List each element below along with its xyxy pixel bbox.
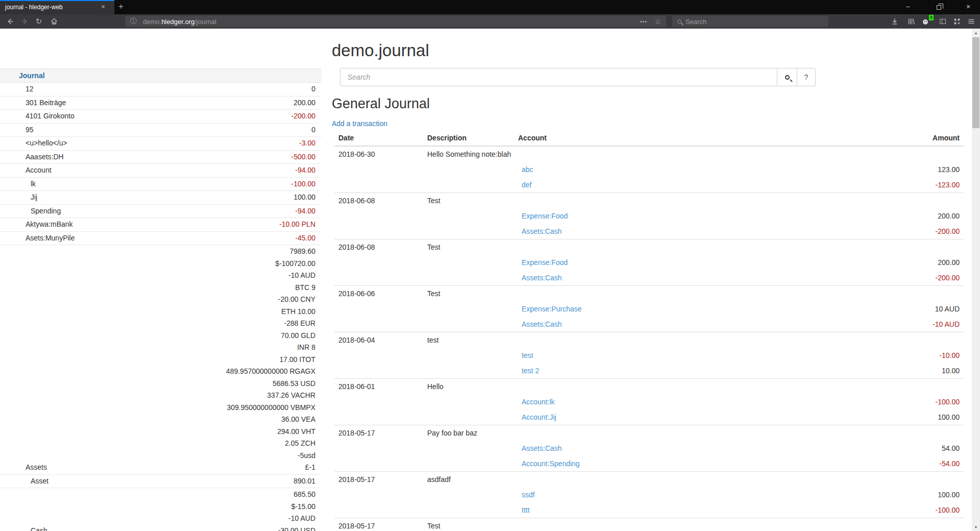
add-transaction-link[interactable]: Add a transaction — [332, 119, 387, 128]
window-restore-button[interactable] — [927, 0, 950, 14]
sidebar-amount: -10.00 PLN — [279, 219, 315, 231]
sidebar-account-balance: -94.00 — [295, 205, 322, 218]
posting-desc-spacer — [427, 180, 518, 190]
posting-row: Expense:Purchase10 AUD — [334, 301, 964, 317]
posting-account-cell: Assets:Cash — [518, 319, 893, 329]
posting-account-link[interactable]: Account:Spending — [518, 460, 580, 468]
posting-account-link[interactable]: Expense:Purchase — [518, 305, 582, 313]
posting-account-link[interactable]: Account:lk — [518, 398, 555, 406]
back-button[interactable] — [4, 16, 16, 27]
home-icon — [50, 17, 58, 26]
sidebar-amount: 36.00 VEA — [226, 414, 315, 426]
sidebar-account-link[interactable]: Spending — [0, 205, 61, 218]
forward-icon — [20, 17, 29, 26]
bookmark-star-icon[interactable]: ☆ — [654, 17, 661, 26]
transaction-block: 2018-06-30Hello Something note:blahabc12… — [334, 147, 964, 193]
browser-tab[interactable]: journal - hledger-web × — [0, 0, 114, 14]
journal-search-button[interactable] — [777, 68, 797, 86]
transaction-block: 2018-06-01HelloAccount:lk-100.00Account:… — [334, 379, 964, 425]
extension-button[interactable]: 0 — [919, 16, 932, 27]
extension-badge: 0 — [929, 15, 934, 20]
sidebar-account-link[interactable]: Assets — [0, 462, 47, 474]
sidebar-account-link[interactable]: <u>hello</u> — [0, 137, 67, 150]
posting-account-link[interactable]: test 2 — [518, 367, 539, 375]
posting-account-link[interactable]: ssdf — [518, 491, 535, 499]
sidebar-account-link[interactable]: Jij — [0, 191, 37, 204]
new-tab-button[interactable]: + — [118, 2, 124, 12]
transaction-block: 2018-06-04testtest-10.00test 210.00 — [334, 332, 964, 379]
posting-account-cell: ssdf — [518, 490, 893, 500]
scroll-up-arrow[interactable]: ▲ — [972, 29, 980, 37]
posting-account-link[interactable]: Assets:Cash — [518, 274, 562, 282]
sidebar-account-link[interactable]: Aktywa:mBank — [0, 219, 73, 231]
library-button[interactable] — [904, 16, 918, 27]
posting-account-cell: Assets:Cash — [518, 443, 893, 453]
forward-button[interactable] — [18, 16, 31, 27]
posting-account-link[interactable]: Expense:Food — [518, 212, 568, 220]
sidebar-account-link[interactable]: 12 — [0, 83, 34, 95]
journal-table: Date Description Account Amount 2018-06-… — [334, 131, 964, 531]
posting-desc-spacer — [427, 412, 518, 422]
sidebar-amount: 489.957000000000 RGAGX — [226, 366, 315, 378]
posting-account-link[interactable]: Assets:Cash — [518, 444, 562, 452]
transaction-description: asdfadf — [427, 474, 518, 485]
sidebar-amount: -200.00 — [291, 110, 315, 123]
sidebar-account-link[interactable]: 95 — [0, 124, 34, 136]
transaction-date: 2018-06-06 — [338, 288, 427, 299]
posting-account-cell: Assets:Cash — [518, 226, 893, 236]
posting-row: abc123.00 — [334, 162, 964, 177]
posting-account-cell: Expense:Purchase — [518, 304, 893, 314]
back-icon — [6, 17, 14, 26]
site-info-icon[interactable]: ⓘ — [130, 17, 137, 26]
posting-account-link[interactable]: Account:Jij — [518, 413, 556, 421]
posting-account-link[interactable]: Expense:Food — [518, 258, 568, 267]
posting-amount: -100.00 — [893, 505, 960, 515]
posting-account-cell: Expense:Food — [518, 257, 893, 268]
journal-link[interactable]: Journal — [19, 71, 45, 80]
apps-grid-button[interactable] — [950, 16, 964, 27]
scrollbar-thumb[interactable] — [972, 37, 979, 128]
sidebar-account-link[interactable]: lk — [0, 178, 36, 190]
section-title: General Journal — [332, 96, 965, 112]
posting-account-link[interactable]: def — [518, 181, 531, 189]
sidebar-account-link[interactable]: Account — [0, 164, 52, 177]
search-help-button[interactable]: ? — [797, 68, 816, 86]
sidebar-toggle-button[interactable] — [936, 16, 949, 27]
window-minimize-button[interactable]: – — [896, 0, 920, 14]
restore-icon — [937, 5, 941, 10]
sidebar-account-link[interactable]: Asets:MunyPile — [0, 232, 75, 245]
reload-button[interactable]: ↻ — [33, 16, 45, 27]
sidebar-account-link[interactable]: 4101 Girokonto — [0, 110, 75, 123]
url-bar[interactable]: ⓘ demo.hledger.org/journal ••• ☆ — [125, 16, 666, 27]
window-close-button[interactable]: × — [957, 0, 980, 14]
scroll-down-arrow[interactable]: ▼ — [972, 523, 980, 531]
transaction-amount-spacer — [893, 428, 960, 438]
posting-desc-spacer — [427, 226, 518, 236]
tab-close-icon[interactable]: × — [101, 3, 105, 11]
posting-account-link[interactable]: Assets:Cash — [518, 320, 562, 328]
home-button[interactable] — [48, 16, 60, 27]
page-actions-icon[interactable]: ••• — [640, 18, 648, 25]
sidebar-account-link[interactable]: Cash — [0, 525, 47, 531]
browser-search-box[interactable]: Search — [672, 16, 828, 27]
downloads-button[interactable] — [888, 16, 901, 27]
posting-date-spacer — [338, 180, 427, 190]
posting-amount: -200.00 — [893, 273, 960, 283]
menu-button[interactable] — [965, 16, 978, 27]
search-icon — [677, 19, 681, 23]
sidebar-account-link[interactable]: 301 Beiträge — [0, 97, 66, 109]
posting-row: Expense:Food200.00 — [334, 255, 964, 270]
sidebar-account-link[interactable]: Asset — [0, 475, 48, 488]
transaction-account-spacer — [518, 428, 893, 438]
posting-account-link[interactable]: test — [518, 351, 533, 359]
grid-plus-icon — [953, 17, 961, 26]
transaction-amount-spacer — [893, 474, 960, 485]
journal-search-input[interactable] — [340, 68, 777, 86]
posting-account-link[interactable]: tttt — [518, 506, 530, 514]
sidebar-account-link[interactable]: Aaasets:DH — [0, 151, 64, 163]
transaction-date: 2018-05-17 — [338, 521, 427, 531]
posting-account-link[interactable]: Assets:Cash — [518, 227, 562, 235]
page-scrollbar[interactable]: ▲ ▼ — [972, 29, 980, 531]
posting-amount: 100.00 — [893, 490, 960, 500]
posting-account-link[interactable]: abc — [518, 165, 533, 174]
